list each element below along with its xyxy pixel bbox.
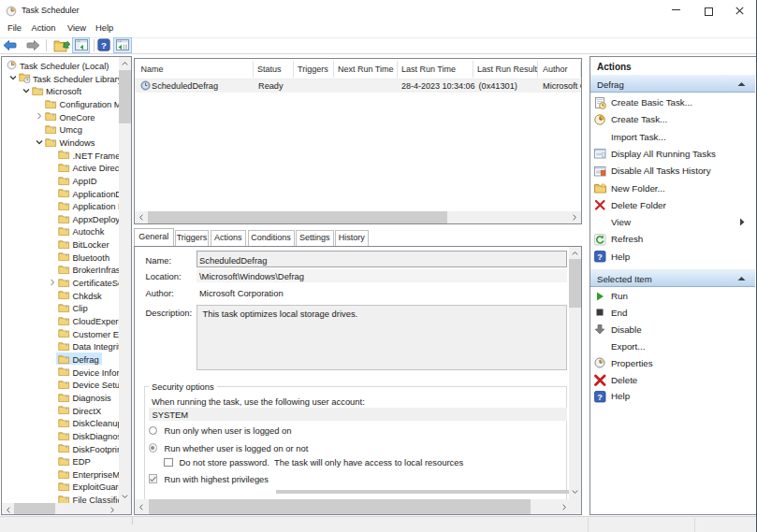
svg-text:?: ? (597, 392, 603, 401)
svg-text:?: ? (597, 252, 603, 262)
